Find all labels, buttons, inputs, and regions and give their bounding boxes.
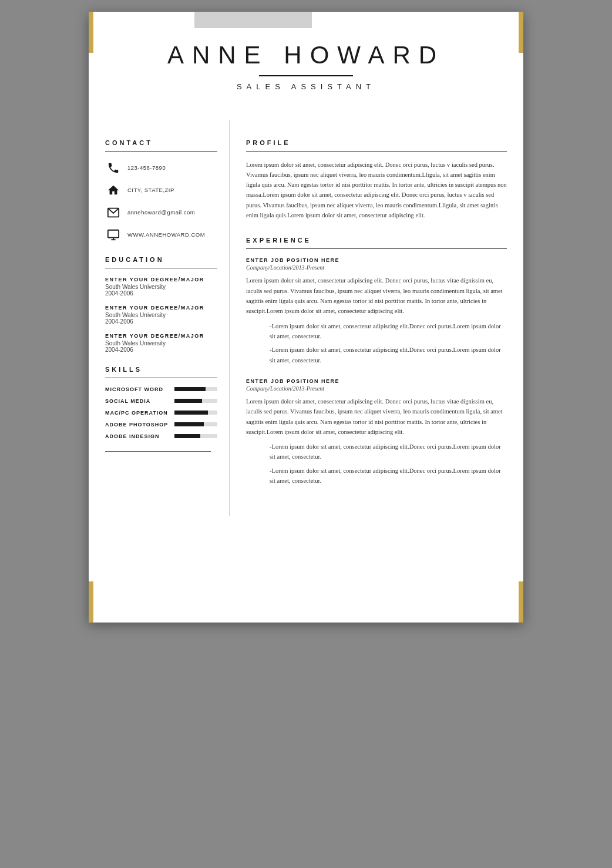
skill-row-3: ADOBE PHOTOSHOP <box>105 422 217 428</box>
contact-phone: 123-456-7890 <box>105 160 217 176</box>
profile-text: Lorem ipsum dolor sit amet, consectetur … <box>246 160 507 221</box>
website-text: WWW.ANNEHOWARD.COM <box>127 231 205 238</box>
edu-school-2: South Wales University <box>105 312 217 318</box>
skill-bar-bg-2 <box>174 411 217 415</box>
exp-company-0: Company/Location/2013-Present <box>246 264 507 271</box>
edu-school-3: South Wales University <box>105 340 217 346</box>
exp-job-title-1: ENTER JOB POSITION HERE <box>246 378 507 384</box>
exp-bullet-0-1: -Lorem ipsum dolor sit amet, consectetur… <box>246 345 507 365</box>
right-column: PROFILE Lorem ipsum dolor sit amet, cons… <box>230 120 523 517</box>
experience-divider <box>246 248 507 249</box>
exp-desc-0: Lorem ipsum dolor sit amet, consectetur … <box>246 275 507 316</box>
edu-entry-3: ENTER YOUR DEGREE/MAJOR South Wales Univ… <box>105 333 217 353</box>
contact-email: annehoward@gmail.com <box>105 204 217 221</box>
education-section-title: EDUCATION <box>105 256 217 263</box>
monitor-icon <box>105 227 122 243</box>
skill-row-0: MICROSOFT WORD <box>105 386 217 392</box>
edu-degree-2: ENTER YOUR DEGREE/MAJOR <box>105 305 217 311</box>
edu-degree-3: ENTER YOUR DEGREE/MAJOR <box>105 333 217 339</box>
exp-bullet-1-1: -Lorem ipsum dolor sit amet, consectetur… <box>246 466 507 486</box>
home-icon <box>105 182 122 199</box>
skill-name-1: SOCIAL MEDIA <box>105 398 170 404</box>
skills-list: MICROSOFT WORD SOCIAL MEDIA MAC/PC OPERA… <box>105 386 217 439</box>
resume-page: ANNE HOWARD SALES ASSISTANT CONTACT 123-… <box>89 12 523 623</box>
skill-name-3: ADOBE PHOTOSHOP <box>105 422 170 428</box>
skill-bar-fill-0 <box>174 387 206 391</box>
skills-divider <box>105 378 217 378</box>
svg-rect-1 <box>108 230 119 237</box>
accent-bar-top-right <box>519 12 523 53</box>
candidate-title: SALES ASSISTANT <box>100 82 512 91</box>
contact-website: WWW.ANNEHOWARD.COM <box>105 227 217 243</box>
skill-bar-fill-1 <box>174 399 202 403</box>
edu-year-1: 2004-2006 <box>105 290 217 297</box>
exp-company-1: Company/Location/2013-Present <box>246 385 507 392</box>
edu-year-3: 2004-2006 <box>105 346 217 353</box>
email-text: annehoward@gmail.com <box>127 209 195 216</box>
accent-bar-top-left <box>89 12 93 53</box>
edu-entry-1: ENTER YOUR DEGREE/MAJOR South Wales Univ… <box>105 277 217 297</box>
skill-bar-bg-4 <box>174 434 217 438</box>
email-icon <box>105 204 122 221</box>
exp-bullet-0-0: -Lorem ipsum dolor sit amet, consectetur… <box>246 321 507 342</box>
accent-bar-bottom-right <box>519 581 523 623</box>
exp-bullet-1-0: -Lorem ipsum dolor sit amet, consectetur… <box>246 442 507 462</box>
edu-year-2: 2004-2006 <box>105 318 217 325</box>
skill-name-2: MAC/PC OPERATION <box>105 410 170 416</box>
phone-icon <box>105 160 122 176</box>
profile-section-title: PROFILE <box>246 139 507 146</box>
contact-address: CITY, STATE,ZIP <box>105 182 217 199</box>
candidate-name: ANNE HOWARD <box>100 41 512 69</box>
skill-bar-fill-2 <box>174 411 208 415</box>
skill-bar-bg-1 <box>174 399 217 403</box>
exp-job-title-0: ENTER JOB POSITION HERE <box>246 257 507 263</box>
profile-divider <box>246 151 507 152</box>
contact-section-title: CONTACT <box>105 139 217 146</box>
edu-degree-1: ENTER YOUR DEGREE/MAJOR <box>105 277 217 282</box>
skill-row-4: ADOBE INDESIGN <box>105 433 217 439</box>
skill-bar-fill-4 <box>174 434 200 438</box>
address-text: CITY, STATE,ZIP <box>127 187 174 193</box>
left-column: CONTACT 123-456-7890 CITY, STATE,ZIP <box>89 120 230 517</box>
skill-row-1: SOCIAL MEDIA <box>105 398 217 404</box>
skill-bar-fill-3 <box>174 422 204 426</box>
main-content: CONTACT 123-456-7890 CITY, STATE,ZIP <box>89 109 523 517</box>
edu-school-1: South Wales University <box>105 284 217 290</box>
skill-name-4: ADOBE INDESIGN <box>105 433 170 439</box>
skill-bar-bg-0 <box>174 387 217 391</box>
top-grey-bar <box>194 12 312 28</box>
education-divider <box>105 268 217 268</box>
skill-bar-bg-3 <box>174 422 217 426</box>
header-divider <box>259 75 353 76</box>
edu-entry-2: ENTER YOUR DEGREE/MAJOR South Wales Univ… <box>105 305 217 325</box>
phone-text: 123-456-7890 <box>127 164 166 171</box>
experience-section-title: EXPERIENCE <box>246 237 507 244</box>
skill-row-2: MAC/PC OPERATION <box>105 410 217 416</box>
experience-list: ENTER JOB POSITION HERE Company/Location… <box>246 257 507 486</box>
exp-entry-1: ENTER JOB POSITION HERE Company/Location… <box>246 378 507 486</box>
skill-name-0: MICROSOFT WORD <box>105 386 170 392</box>
exp-desc-1: Lorem ipsum dolor sit amet, consectetur … <box>246 396 507 437</box>
exp-entry-0: ENTER JOB POSITION HERE Company/Location… <box>246 257 507 365</box>
bottom-line <box>105 451 211 452</box>
skills-section-title: SKILLS <box>105 366 217 373</box>
contact-divider <box>105 151 217 152</box>
accent-bar-bottom-left <box>89 581 93 623</box>
